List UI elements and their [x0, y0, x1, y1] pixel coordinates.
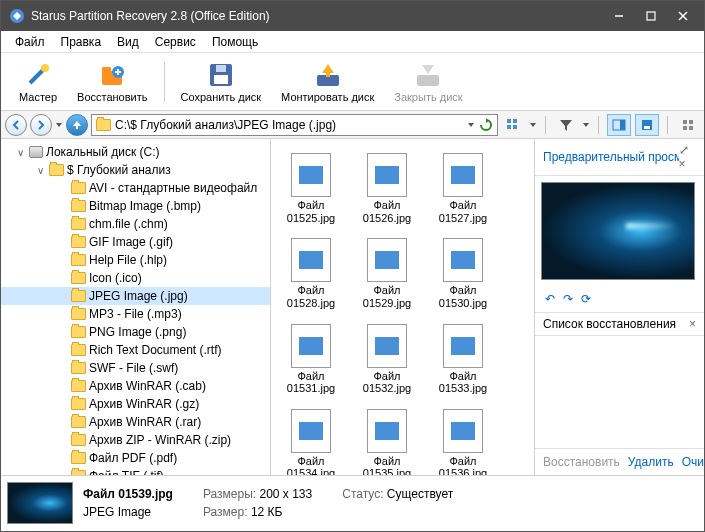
file-item[interactable]: Файл 01532.jpg	[353, 320, 421, 399]
tree-item[interactable]: AVI - стандартные видеофайл	[1, 179, 270, 197]
folder-icon	[71, 362, 86, 374]
svg-rect-24	[689, 120, 693, 124]
file-name: Файл 01535.jpg	[357, 455, 417, 475]
status-type: JPEG Image	[83, 505, 173, 519]
maximize-button[interactable]	[644, 9, 658, 23]
svg-rect-25	[683, 126, 687, 130]
menu-service[interactable]: Сервис	[147, 32, 204, 52]
tree-item[interactable]: Архив WinRAR (.rar)	[1, 413, 270, 431]
file-name: Файл 01536.jpg	[433, 455, 493, 475]
svg-rect-23	[683, 120, 687, 124]
action-delete[interactable]: Удалить	[628, 455, 674, 469]
save-layout-button[interactable]	[635, 114, 659, 136]
toolbar-separator	[164, 62, 165, 102]
preview-panel-button[interactable]	[607, 114, 631, 136]
pin-icon[interactable]: ⤢ ×	[679, 143, 696, 171]
svg-point-5	[41, 64, 49, 72]
file-item[interactable]: Файл 01531.jpg	[277, 320, 345, 399]
file-item[interactable]: Файл 01529.jpg	[353, 234, 421, 313]
save-disk-button[interactable]: Сохранить диск	[173, 59, 270, 105]
svg-rect-22	[644, 126, 650, 129]
recovery-list-title: Список восстановления	[543, 317, 676, 331]
file-item[interactable]: Файл 01526.jpg	[353, 149, 421, 228]
folder-icon	[71, 290, 86, 302]
image-file-icon	[443, 153, 483, 197]
svg-rect-7	[102, 67, 111, 72]
file-list[interactable]: Файл 01525.jpgФайл 01526.jpgФайл 01527.j…	[271, 139, 534, 475]
file-item[interactable]: Файл 01528.jpg	[277, 234, 345, 313]
tree-root[interactable]: ∨Локальный диск (C:)	[1, 143, 270, 161]
rotate-left-icon[interactable]: ↶	[545, 292, 555, 306]
svg-rect-14	[417, 75, 439, 86]
close-list-icon[interactable]: ×	[689, 317, 696, 331]
image-file-icon	[367, 409, 407, 453]
menu-file[interactable]: Файл	[7, 32, 53, 52]
window-title: Starus Partition Recovery 2.8 (Office Ed…	[31, 9, 612, 23]
rotate-right-icon[interactable]: ↷	[563, 292, 573, 306]
minimize-button[interactable]	[612, 9, 626, 23]
app-icon	[9, 8, 25, 24]
tree-item[interactable]: PNG Image (.png)	[1, 323, 270, 341]
recovery-list[interactable]	[535, 336, 704, 448]
image-file-icon	[443, 324, 483, 368]
folder-tree[interactable]: ∨Локальный диск (C:) ∨$ Глубокий анализ …	[1, 139, 271, 475]
status-bar: Файл 01539.jpg Размеры: 200 x 133 Статус…	[1, 475, 704, 529]
tree-item[interactable]: Icon (.ico)	[1, 269, 270, 287]
file-item[interactable]: Файл 01534.jpg	[277, 405, 345, 475]
svg-rect-16	[513, 119, 517, 123]
tree-item[interactable]: chm.file (.chm)	[1, 215, 270, 233]
file-item[interactable]: Файл 01527.jpg	[429, 149, 497, 228]
tree-deep-analysis[interactable]: ∨$ Глубокий анализ	[1, 161, 270, 179]
options-button[interactable]	[676, 114, 700, 136]
image-file-icon	[443, 238, 483, 282]
tree-item[interactable]: SWF - File (.swf)	[1, 359, 270, 377]
tree-item[interactable]: Bitmap Image (.bmp)	[1, 197, 270, 215]
tree-item[interactable]: JPEG Image (.jpg)	[1, 287, 270, 305]
action-restore: Восстановить	[543, 455, 620, 469]
menu-help[interactable]: Помощь	[204, 32, 266, 52]
close-button[interactable]	[676, 9, 690, 23]
file-item[interactable]: Файл 01530.jpg	[429, 234, 497, 313]
forward-button[interactable]	[30, 114, 52, 136]
file-item[interactable]: Файл 01535.jpg	[353, 405, 421, 475]
restore-button[interactable]: Восстановить	[69, 59, 155, 105]
svg-rect-26	[689, 126, 693, 130]
tree-item[interactable]: Архив WinRAR (.cab)	[1, 377, 270, 395]
file-name: Файл 01525.jpg	[281, 199, 341, 224]
wizard-button[interactable]: Мастер	[11, 59, 65, 105]
view-mode-button[interactable]	[501, 114, 525, 136]
menu-edit[interactable]: Правка	[53, 32, 110, 52]
folder-icon	[71, 182, 86, 194]
tree-item[interactable]: Help File (.hlp)	[1, 251, 270, 269]
folder-icon	[71, 308, 86, 320]
address-dropdown-icon[interactable]	[467, 121, 475, 129]
mount-disk-button[interactable]: Монтировать диск	[273, 59, 382, 105]
tree-item[interactable]: Файл PDF (.pdf)	[1, 449, 270, 467]
history-dropdown-icon[interactable]	[55, 121, 63, 129]
tree-item[interactable]: Rich Text Document (.rtf)	[1, 341, 270, 359]
refresh-icon[interactable]	[479, 118, 493, 132]
svg-rect-11	[216, 65, 226, 72]
action-clear[interactable]: Очисти	[682, 455, 705, 469]
tree-item[interactable]: MP3 - File (.mp3)	[1, 305, 270, 323]
filter-button[interactable]	[554, 114, 578, 136]
folder-icon	[71, 434, 86, 446]
view-dropdown-icon[interactable]	[529, 121, 537, 129]
tree-item[interactable]: Архив ZIP - WinRAR (.zip)	[1, 431, 270, 449]
rotate-reset-icon[interactable]: ⟳	[581, 292, 591, 306]
back-button[interactable]	[5, 114, 27, 136]
mount-disk-icon	[314, 61, 342, 89]
file-item[interactable]: Файл 01536.jpg	[429, 405, 497, 475]
menu-view[interactable]: Вид	[109, 32, 147, 52]
svg-rect-10	[214, 75, 228, 84]
up-button[interactable]	[66, 114, 88, 136]
file-item[interactable]: Файл 01533.jpg	[429, 320, 497, 399]
file-item[interactable]: Файл 01525.jpg	[277, 149, 345, 228]
address-input[interactable]	[115, 118, 463, 132]
address-bar[interactable]	[91, 114, 498, 136]
file-name: Файл 01530.jpg	[433, 284, 493, 309]
filter-dropdown-icon[interactable]	[582, 121, 590, 129]
tree-item[interactable]: GIF Image (.gif)	[1, 233, 270, 251]
tree-item[interactable]: Файл TIF (.tif)	[1, 467, 270, 475]
tree-item[interactable]: Архив WinRAR (.gz)	[1, 395, 270, 413]
